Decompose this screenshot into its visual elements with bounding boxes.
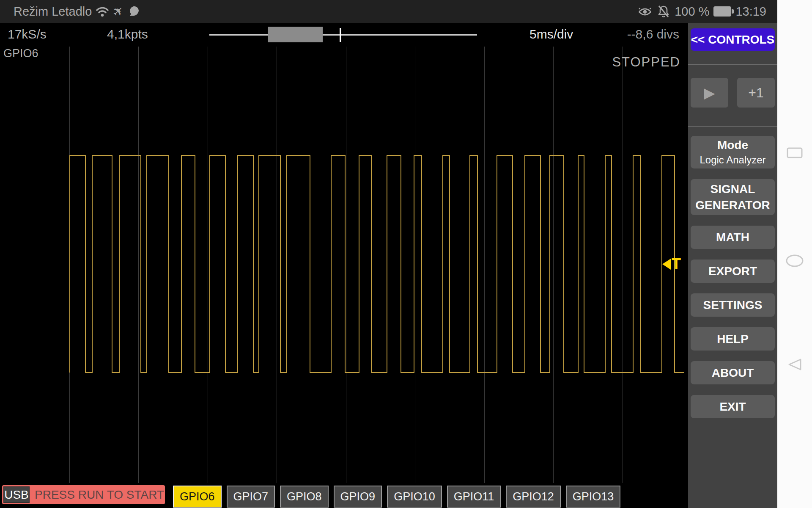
connection-status-pill: USB PRESS RUN TO START [2, 485, 165, 504]
status-bar-left: Režim Letadlo ✈ [14, 5, 140, 19]
connection-type-badge: USB [3, 486, 30, 503]
about-button[interactable]: ABOUT [691, 361, 775, 384]
mode-button[interactable]: Mode Logic Analyzer [691, 136, 775, 168]
sidebar-menu: Mode Logic Analyzer SIGNAL GENERATOR MAT… [691, 136, 775, 429]
export-button[interactable]: EXPORT [691, 260, 775, 283]
android-nav-bar [777, 0, 812, 508]
sidebar-divider [688, 126, 777, 127]
app-screen: Režim Letadlo ✈ [0, 0, 812, 508]
recents-icon[interactable] [786, 147, 803, 160]
signal-generator-button[interactable]: SIGNAL GENERATOR [691, 179, 775, 215]
help-button[interactable]: HELP [691, 327, 775, 351]
trigger-arrow-icon [662, 259, 671, 270]
sidebar-divider [688, 64, 777, 65]
channel-button-gpio6[interactable]: GPIO6 [173, 486, 222, 508]
waveform-canvas[interactable] [0, 46, 688, 508]
battery-percent-label: 100 % [675, 5, 709, 19]
trigger-label: T [672, 257, 681, 272]
wifi-icon [95, 5, 110, 18]
waveform-plot[interactable]: GPIO6 STOPPED T USB PRESS RUN TO START G… [0, 46, 688, 508]
channel-button-gpio7[interactable]: GPIO7 [227, 486, 275, 508]
single-capture-button[interactable]: +1 [737, 78, 775, 108]
play-icon: ▶ [704, 86, 715, 100]
settings-button[interactable]: SETTINGS [691, 293, 775, 317]
run-prompt-message: PRESS RUN TO START [35, 488, 164, 502]
channel-button-gpio11[interactable]: GPIO11 [447, 486, 501, 508]
run-controls-row: ▶ +1 [691, 78, 775, 108]
math-button[interactable]: MATH [691, 226, 775, 249]
notifications-off-icon [657, 5, 670, 18]
mode-subtitle: Logic Analyzer [700, 153, 765, 167]
channel-button-gpio9[interactable]: GPIO9 [334, 486, 382, 508]
record-length-readout: 4,1kpts [107, 27, 148, 41]
channel-button-gpio10[interactable]: GPIO10 [387, 486, 442, 508]
clock-label: 13:19 [735, 5, 766, 19]
scrollbar-track[interactable] [209, 34, 477, 36]
scrollbar-thumb[interactable] [268, 27, 323, 42]
plus-one-label: +1 [748, 85, 763, 101]
acquisition-status-label: STOPPED [612, 55, 680, 70]
airplane-mode-label: Režim Letadlo [14, 5, 92, 19]
mode-title: Mode [717, 137, 748, 153]
timebase-scrollbar[interactable] [209, 23, 477, 46]
sample-rate-readout: 17kS/s [8, 27, 47, 41]
exit-button[interactable]: EXIT [691, 395, 775, 418]
offset-divs-readout: --8,6 divs [627, 27, 679, 41]
trigger-marker[interactable]: T [662, 257, 681, 272]
channel-button-gpio12[interactable]: GPIO12 [506, 486, 561, 508]
channel-buttons-row: GPIO6 GPIO7 GPIO8 GPIO9 GPIO10 GPIO11 GP… [173, 486, 620, 508]
chat-icon [127, 5, 140, 18]
controls-sidebar: << CONTROLS ▶ +1 Mode Logic Analyzer SIG… [688, 23, 777, 508]
channel-button-gpio13[interactable]: GPIO13 [566, 486, 621, 508]
capture-toolbar: 17kS/s 4,1kpts 5ms/div --8,6 divs [0, 23, 688, 46]
timebase-readout: 5ms/div [529, 27, 573, 41]
channel-button-gpio8[interactable]: GPIO8 [280, 486, 329, 508]
scrollbar-trigger-tick[interactable] [340, 28, 341, 42]
plot-channel-label: GPIO6 [3, 47, 38, 60]
battery-icon [713, 6, 731, 17]
controls-toggle-button[interactable]: << CONTROLS [691, 28, 775, 51]
back-icon[interactable] [787, 357, 802, 373]
run-button[interactable]: ▶ [691, 78, 728, 108]
home-icon[interactable] [785, 254, 804, 269]
airplane-icon: ✈ [110, 3, 126, 20]
status-bar: Režim Letadlo ✈ [0, 0, 777, 23]
status-bar-right: 100 % 13:19 [637, 5, 766, 19]
eye-comfort-icon [637, 5, 653, 18]
